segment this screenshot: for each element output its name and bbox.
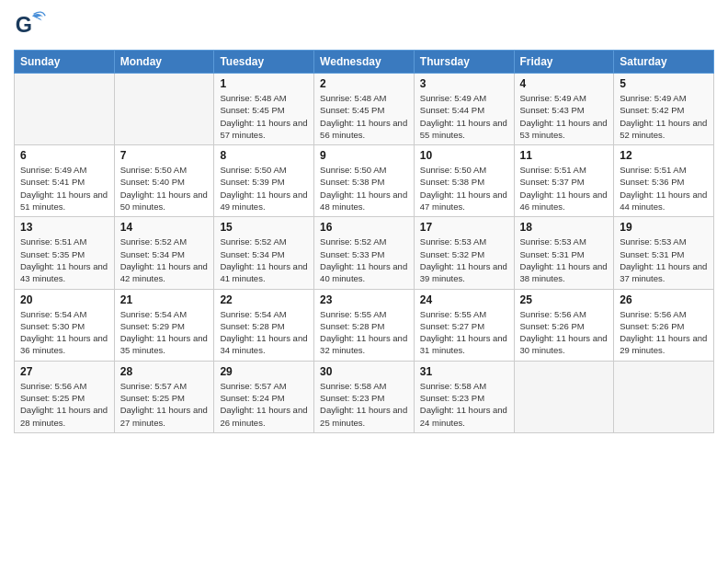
day-of-week-header: Sunday	[15, 51, 115, 74]
day-info: Sunrise: 5:50 AMSunset: 5:39 PMDaylight:…	[220, 164, 308, 213]
day-number: 31	[420, 365, 508, 378]
day-number: 7	[120, 149, 209, 162]
calendar-cell: 17Sunrise: 5:53 AMSunset: 5:32 PMDayligh…	[414, 217, 514, 289]
day-info: Sunrise: 5:54 AMSunset: 5:30 PMDaylight:…	[20, 308, 108, 357]
calendar-cell: 16Sunrise: 5:52 AMSunset: 5:33 PMDayligh…	[314, 217, 415, 289]
day-info: Sunrise: 5:56 AMSunset: 5:26 PMDaylight:…	[620, 308, 708, 357]
calendar-cell: 28Sunrise: 5:57 AMSunset: 5:25 PMDayligh…	[114, 361, 214, 432]
day-info: Sunrise: 5:56 AMSunset: 5:26 PMDaylight:…	[520, 308, 609, 357]
day-of-week-header: Saturday	[614, 51, 714, 74]
day-number: 26	[620, 293, 708, 306]
calendar-cell: 12Sunrise: 5:51 AMSunset: 5:36 PMDayligh…	[614, 145, 714, 217]
day-number: 27	[20, 365, 108, 378]
day-number: 11	[520, 149, 609, 162]
day-info: Sunrise: 5:57 AMSunset: 5:25 PMDaylight:…	[120, 380, 209, 429]
day-number: 30	[320, 365, 408, 378]
day-info: Sunrise: 5:52 AMSunset: 5:34 PMDaylight:…	[120, 236, 209, 284]
day-number: 23	[320, 293, 408, 306]
day-info: Sunrise: 5:55 AMSunset: 5:27 PMDaylight:…	[420, 308, 508, 357]
day-number: 2	[320, 77, 408, 90]
calendar-cell	[15, 74, 115, 145]
day-info: Sunrise: 5:54 AMSunset: 5:29 PMDaylight:…	[120, 308, 209, 357]
day-number: 1	[220, 77, 308, 90]
day-number: 5	[620, 77, 708, 90]
day-of-week-header: Tuesday	[214, 51, 314, 74]
svg-text:G: G	[16, 13, 32, 37]
calendar-cell: 5Sunrise: 5:49 AMSunset: 5:42 PMDaylight…	[614, 74, 714, 145]
day-number: 25	[520, 293, 609, 306]
calendar-cell: 18Sunrise: 5:53 AMSunset: 5:31 PMDayligh…	[514, 217, 614, 289]
day-number: 18	[520, 221, 609, 234]
day-number: 24	[420, 293, 508, 306]
calendar-cell: 22Sunrise: 5:54 AMSunset: 5:28 PMDayligh…	[214, 289, 314, 361]
day-number: 12	[620, 149, 708, 162]
calendar-week-row: 1Sunrise: 5:48 AMSunset: 5:45 PMDaylight…	[15, 74, 714, 145]
day-number: 14	[120, 221, 209, 234]
day-info: Sunrise: 5:49 AMSunset: 5:41 PMDaylight:…	[20, 164, 108, 213]
calendar-week-row: 27Sunrise: 5:56 AMSunset: 5:25 PMDayligh…	[15, 361, 714, 432]
day-info: Sunrise: 5:54 AMSunset: 5:28 PMDaylight:…	[220, 308, 308, 357]
day-number: 8	[220, 149, 308, 162]
calendar-cell: 19Sunrise: 5:53 AMSunset: 5:31 PMDayligh…	[614, 217, 714, 289]
calendar-cell: 31Sunrise: 5:58 AMSunset: 5:23 PMDayligh…	[414, 361, 514, 432]
day-number: 10	[420, 149, 508, 162]
day-info: Sunrise: 5:51 AMSunset: 5:36 PMDaylight:…	[620, 164, 708, 213]
day-number: 28	[120, 365, 209, 378]
day-info: Sunrise: 5:55 AMSunset: 5:28 PMDaylight:…	[320, 308, 408, 357]
day-of-week-header: Thursday	[414, 51, 514, 74]
calendar-cell: 9Sunrise: 5:50 AMSunset: 5:38 PMDaylight…	[314, 145, 415, 217]
day-info: Sunrise: 5:49 AMSunset: 5:43 PMDaylight:…	[520, 92, 609, 141]
calendar-header-row: SundayMondayTuesdayWednesdayThursdayFrid…	[15, 51, 714, 74]
day-info: Sunrise: 5:53 AMSunset: 5:31 PMDaylight:…	[520, 236, 609, 284]
calendar-cell: 25Sunrise: 5:56 AMSunset: 5:26 PMDayligh…	[514, 289, 614, 361]
calendar-cell: 14Sunrise: 5:52 AMSunset: 5:34 PMDayligh…	[114, 217, 214, 289]
day-number: 19	[620, 221, 708, 234]
calendar-cell: 7Sunrise: 5:50 AMSunset: 5:40 PMDaylight…	[114, 145, 214, 217]
day-info: Sunrise: 5:58 AMSunset: 5:23 PMDaylight:…	[420, 380, 508, 429]
day-number: 22	[220, 293, 308, 306]
calendar-cell: 3Sunrise: 5:49 AMSunset: 5:44 PMDaylight…	[414, 74, 514, 145]
day-number: 15	[220, 221, 308, 234]
day-number: 21	[120, 293, 209, 306]
calendar-cell: 15Sunrise: 5:52 AMSunset: 5:34 PMDayligh…	[214, 217, 314, 289]
calendar-cell: 1Sunrise: 5:48 AMSunset: 5:45 PMDaylight…	[214, 74, 314, 145]
day-info: Sunrise: 5:58 AMSunset: 5:23 PMDaylight:…	[320, 380, 408, 429]
day-of-week-header: Friday	[514, 51, 614, 74]
day-number: 6	[20, 149, 108, 162]
calendar-cell: 23Sunrise: 5:55 AMSunset: 5:28 PMDayligh…	[314, 289, 415, 361]
day-number: 4	[520, 77, 609, 90]
calendar-cell: 8Sunrise: 5:50 AMSunset: 5:39 PMDaylight…	[214, 145, 314, 217]
day-info: Sunrise: 5:50 AMSunset: 5:38 PMDaylight:…	[320, 164, 408, 213]
day-info: Sunrise: 5:48 AMSunset: 5:45 PMDaylight:…	[220, 92, 308, 141]
page-header: G	[14, 9, 714, 42]
day-of-week-header: Wednesday	[314, 51, 415, 74]
day-number: 3	[420, 77, 508, 90]
day-info: Sunrise: 5:49 AMSunset: 5:44 PMDaylight:…	[420, 92, 508, 141]
day-info: Sunrise: 5:51 AMSunset: 5:35 PMDaylight:…	[20, 236, 108, 284]
calendar-cell	[114, 74, 214, 145]
calendar-week-row: 20Sunrise: 5:54 AMSunset: 5:30 PMDayligh…	[15, 289, 714, 361]
day-of-week-header: Monday	[114, 51, 214, 74]
calendar-cell: 24Sunrise: 5:55 AMSunset: 5:27 PMDayligh…	[414, 289, 514, 361]
calendar-cell	[614, 361, 714, 432]
day-info: Sunrise: 5:57 AMSunset: 5:24 PMDaylight:…	[220, 380, 308, 429]
calendar-cell: 11Sunrise: 5:51 AMSunset: 5:37 PMDayligh…	[514, 145, 614, 217]
day-info: Sunrise: 5:53 AMSunset: 5:32 PMDaylight:…	[420, 236, 508, 284]
day-number: 13	[20, 221, 108, 234]
calendar-cell: 29Sunrise: 5:57 AMSunset: 5:24 PMDayligh…	[214, 361, 314, 432]
calendar-cell: 2Sunrise: 5:48 AMSunset: 5:45 PMDaylight…	[314, 74, 415, 145]
day-info: Sunrise: 5:52 AMSunset: 5:34 PMDaylight:…	[220, 236, 308, 284]
day-info: Sunrise: 5:50 AMSunset: 5:38 PMDaylight:…	[420, 164, 508, 213]
logo-icon: G	[14, 9, 47, 42]
calendar-cell: 20Sunrise: 5:54 AMSunset: 5:30 PMDayligh…	[15, 289, 115, 361]
calendar-cell: 27Sunrise: 5:56 AMSunset: 5:25 PMDayligh…	[15, 361, 115, 432]
calendar-cell: 30Sunrise: 5:58 AMSunset: 5:23 PMDayligh…	[314, 361, 415, 432]
day-number: 29	[220, 365, 308, 378]
day-number: 20	[20, 293, 108, 306]
day-info: Sunrise: 5:52 AMSunset: 5:33 PMDaylight:…	[320, 236, 408, 284]
calendar-week-row: 6Sunrise: 5:49 AMSunset: 5:41 PMDaylight…	[15, 145, 714, 217]
calendar-cell: 6Sunrise: 5:49 AMSunset: 5:41 PMDaylight…	[15, 145, 115, 217]
day-info: Sunrise: 5:48 AMSunset: 5:45 PMDaylight:…	[320, 92, 408, 141]
calendar-week-row: 13Sunrise: 5:51 AMSunset: 5:35 PMDayligh…	[15, 217, 714, 289]
calendar-cell: 21Sunrise: 5:54 AMSunset: 5:29 PMDayligh…	[114, 289, 214, 361]
